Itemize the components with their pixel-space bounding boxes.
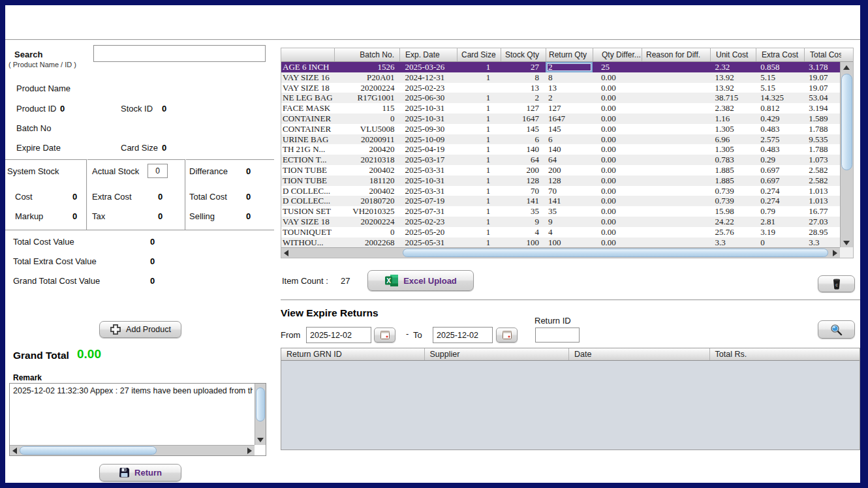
table-cell[interactable]: 4 — [546, 227, 593, 237]
column-header[interactable]: Total Cos — [805, 48, 841, 61]
table-cell[interactable]: 1 — [457, 72, 501, 83]
table-cell[interactable] — [642, 62, 710, 72]
table-cell[interactable]: 35 — [546, 206, 593, 217]
table-cell[interactable]: 64 — [501, 155, 546, 165]
column-header[interactable]: Stock Qty — [501, 48, 546, 61]
table-cell[interactable]: 1.305 — [709, 124, 755, 134]
table-cell[interactable]: 0.739 — [709, 196, 755, 206]
table-cell[interactable]: 0.00 — [593, 93, 642, 103]
table-cell[interactable] — [642, 196, 710, 206]
table-cell[interactable] — [457, 83, 501, 93]
table-cell[interactable] — [642, 72, 710, 83]
table-cell[interactable]: 0.00 — [593, 227, 642, 237]
table-cell[interactable]: 1 — [457, 155, 501, 165]
table-cell[interactable]: ECTION T... — [281, 155, 335, 165]
table-cell[interactable]: 13.92 — [709, 72, 755, 83]
table-cell[interactable]: 200 — [501, 165, 546, 175]
table-cell[interactable]: 1 — [457, 103, 501, 114]
table-cell[interactable]: 0.812 — [755, 103, 803, 114]
table-cell[interactable]: R17G1001 — [335, 93, 400, 103]
table-cell[interactable]: 2025-02-23 — [400, 217, 457, 227]
table-cell[interactable]: 0.00 — [593, 72, 642, 83]
table-cell[interactable]: 2025-07-31 — [400, 206, 457, 217]
table-cell[interactable]: 35 — [501, 206, 546, 217]
column-header[interactable]: Card Size — [457, 48, 501, 61]
table-cell[interactable]: 1.16 — [709, 114, 755, 124]
table-cell[interactable]: 0.697 — [755, 175, 803, 186]
to-date-input[interactable] — [433, 327, 493, 343]
table-cell[interactable]: 0.00 — [593, 155, 642, 165]
table-cell[interactable]: NE LEG BAG — [281, 93, 335, 103]
table-cell[interactable]: 1 — [457, 196, 501, 206]
table-cell[interactable]: 1647 — [501, 114, 546, 124]
table-cell[interactable]: CONTAINER — [281, 114, 335, 124]
table-cell[interactable]: 145 — [546, 124, 593, 134]
table-cell[interactable] — [642, 217, 710, 227]
table-cell[interactable]: 20200224 — [335, 217, 400, 227]
table-cell[interactable]: 15.98 — [709, 206, 755, 217]
scroll-down-icon[interactable] — [843, 241, 850, 245]
table-cell[interactable]: 0 — [335, 114, 400, 124]
table-cell[interactable]: 2025-03-26 — [400, 62, 457, 72]
table-cell[interactable]: 2.32 — [709, 62, 755, 72]
table-cell[interactable]: 2002268 — [335, 237, 400, 248]
table-cell[interactable]: 0.00 — [593, 103, 642, 114]
table-row[interactable]: VAY SIZE 18202002242025-02-231990.0024.2… — [281, 217, 840, 227]
table-cell[interactable]: 2025-02-23 — [400, 83, 457, 93]
table-cell[interactable]: 0.783 — [709, 155, 755, 165]
scrollbar-thumb[interactable] — [841, 74, 852, 170]
table-cell[interactable] — [642, 103, 710, 114]
table-cell[interactable]: WITHOU... — [281, 237, 335, 248]
remark-vertical-scrollbar[interactable] — [255, 384, 266, 445]
table-cell[interactable]: 0.00 — [593, 114, 642, 124]
table-cell[interactable]: 2025-03-17 — [400, 155, 457, 165]
add-product-button[interactable]: Add Product — [99, 321, 181, 338]
table-cell[interactable]: 9 — [501, 217, 546, 227]
table-cell[interactable]: 0.274 — [755, 186, 803, 196]
table-cell[interactable]: 0.00 — [593, 144, 642, 155]
table-cell[interactable]: 0.00 — [593, 196, 642, 206]
table-cell[interactable] — [642, 165, 710, 175]
table-cell[interactable]: 2025-04-19 — [400, 144, 457, 155]
table-cell[interactable]: 2 — [546, 62, 593, 72]
table-cell[interactable]: 0 — [755, 237, 803, 248]
table-cell[interactable]: 200402 — [335, 165, 400, 175]
table-cell[interactable]: 0.697 — [755, 165, 803, 175]
table-cell[interactable]: 127 — [546, 103, 593, 114]
table-cell[interactable]: 2025-05-31 — [400, 237, 457, 248]
table-cell[interactable]: 1 — [457, 217, 501, 227]
table-row[interactable]: VAY SIZE 18202002242025-02-2313130.0013.… — [281, 83, 840, 93]
table-cell[interactable]: 53.04 — [803, 93, 840, 103]
stock-table-header[interactable]: Batch No.Exp. DateCard SizeStock QtyRetu… — [281, 48, 853, 62]
table-cell[interactable]: 1 — [457, 175, 501, 186]
table-cell[interactable]: 1 — [457, 206, 501, 217]
table-cell[interactable] — [642, 237, 710, 248]
table-row[interactable]: WITHOU...20022682025-05-3111001000.003.3… — [281, 237, 840, 248]
table-cell[interactable]: 1 — [457, 124, 501, 134]
scroll-right-icon[interactable] — [247, 448, 252, 454]
column-header[interactable]: Total Rs. — [710, 348, 860, 360]
table-cell[interactable]: VLU5008 — [335, 124, 400, 134]
table-cell[interactable]: 128 — [501, 175, 546, 186]
column-header[interactable]: Date — [569, 348, 710, 360]
table-cell[interactable]: 14.325 — [755, 93, 803, 103]
table-row[interactable]: D COLLEC...2004022025-03-31170700.000.73… — [281, 186, 840, 196]
clear-button[interactable]: c — [818, 275, 855, 292]
table-cell[interactable]: D COLLEC... — [281, 186, 335, 196]
column-header[interactable]: Reason for Diff. — [642, 48, 711, 61]
table-cell[interactable]: 6.96 — [709, 134, 755, 145]
table-cell[interactable]: 70 — [546, 186, 593, 196]
table-row[interactable]: TUSION SETVH20103252025-07-31135350.0015… — [281, 206, 840, 217]
table-cell[interactable]: 5.15 — [755, 83, 803, 93]
table-cell[interactable]: 20200224 — [335, 83, 400, 93]
table-cell[interactable]: 4 — [501, 227, 546, 237]
table-cell[interactable]: 1 — [457, 134, 501, 145]
table-cell[interactable]: 0.00 — [593, 186, 642, 196]
table-cell[interactable]: 24.22 — [709, 217, 755, 227]
table-vertical-scrollbar[interactable] — [840, 62, 853, 249]
scrollbar-thumb[interactable] — [20, 446, 157, 455]
table-cell[interactable]: 2.582 — [803, 175, 840, 186]
table-cell[interactable]: 1 — [457, 165, 501, 175]
table-cell[interactable]: 19.07 — [803, 72, 840, 83]
table-cell[interactable]: TOUNIQUET — [281, 227, 335, 237]
